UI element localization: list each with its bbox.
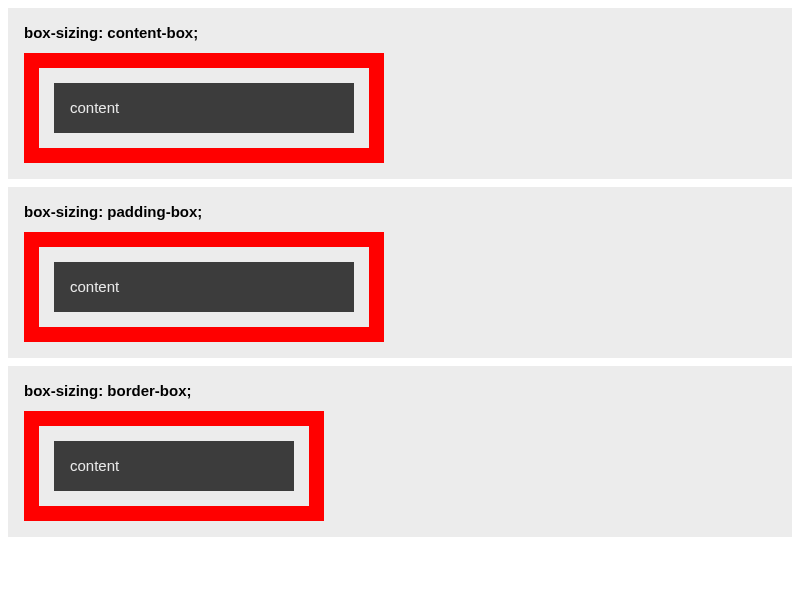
content-area: content <box>54 262 354 312</box>
demo-box-content-box: content <box>24 53 384 163</box>
section-title: box-sizing: content-box; <box>24 24 776 41</box>
box-wrapper: content <box>24 232 776 342</box>
demo-box-padding-box: content <box>24 232 384 342</box>
box-wrapper: content <box>24 53 776 163</box>
section-content-box: box-sizing: content-box; content <box>8 8 792 179</box>
demo-box-border-box: content <box>24 411 324 521</box>
section-padding-box: box-sizing: padding-box; content <box>8 187 792 358</box>
content-area: content <box>54 441 294 491</box>
section-border-box: box-sizing: border-box; content <box>8 366 792 537</box>
section-title: box-sizing: padding-box; <box>24 203 776 220</box>
content-area: content <box>54 83 354 133</box>
box-wrapper: content <box>24 411 776 521</box>
section-title: box-sizing: border-box; <box>24 382 776 399</box>
